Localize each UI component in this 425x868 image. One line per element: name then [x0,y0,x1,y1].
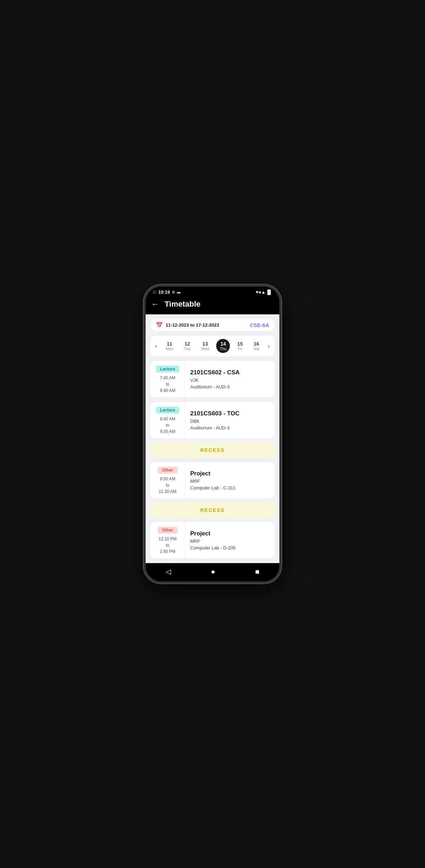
time-to-label-2: to [166,423,169,428]
day-name-fri: Fri [238,347,242,351]
phone-frame: 10:19 ⊙ ▬ ▾◂ ▴ ▐▌ ← Timetable 📅 11-12-20… [144,285,281,583]
battery-icon: ▐▌ [266,289,272,295]
status-right: ▾◂ ▴ ▐▌ [256,289,272,295]
day-item-sat[interactable]: 16 Sat [250,339,263,353]
card-room-2: Auditorium - AUD-3 [190,425,239,430]
recess-bar-2: RECESS [150,502,275,518]
nav-recent-button[interactable]: ■ [250,566,265,577]
card-teacher-3: MRF [190,479,235,484]
day-item-tue[interactable]: 12 Tue [180,339,194,353]
day-name-mon: Mon [166,347,173,351]
status-time: 10:19 [158,289,170,295]
time-to-label-3: to [166,483,169,488]
day-num-tue: 12 [185,341,190,347]
day-num-thu: 14 [220,341,226,347]
day-name-tue: Tue [184,347,191,351]
nav-back-button[interactable]: ◁ [160,566,177,577]
prev-day-button[interactable]: ‹ [152,341,161,351]
date-range-text: 11-12-2023 to 17-12-2023 [166,322,219,328]
card-left-1: Lecture 7:45 AM to 8:40 AM [150,361,185,398]
time-to-4: 1:50 PM [160,549,175,554]
card-right-4: Project MRF Computer Lab - D-205 [185,522,240,559]
next-day-button[interactable]: › [264,341,273,351]
card-time-2: 8:40 AM to 9:35 AM [160,416,175,435]
camera-dot [153,291,156,294]
day-name-sat: Sat [253,347,259,351]
card-time-4: 12:10 PM to 1:50 PM [159,536,177,555]
card-subject-4: Project [190,530,235,537]
day-item-thu[interactable]: 14 Thu [216,339,230,353]
time-to-1: 8:40 AM [160,388,175,393]
days-list: 11 Mon 12 Tue 13 Wed 14 Thu 15 Fri [161,339,264,353]
page-title: Timetable [165,300,200,309]
day-num-fri: 15 [237,341,243,347]
status-bar: 10:19 ⊙ ▬ ▾◂ ▴ ▐▌ [146,287,279,296]
class-badge: CSE-6A [250,322,269,328]
day-name-thu: Thu [220,347,226,351]
day-item-mon[interactable]: 11 Mon [162,339,177,353]
card-time-3: 9:50 AM to 11:30 AM [159,476,177,495]
card-subject-1: 2101CS602 - CSA [190,369,240,376]
schedule-card-3: Other 9:50 AM to 11:30 AM Project MRF Co… [150,461,275,499]
card-teacher-1: VJK [190,378,240,383]
schedule-card-1: Lecture 7:45 AM to 8:40 AM 2101CS602 - C… [150,360,275,398]
type-badge-2: Lecture [156,407,179,414]
card-right-3: Project MRF Computer Lab - C-311 [185,462,240,499]
card-right-1: 2101CS602 - CSA VJK Auditorium - AUD-3 [185,361,245,398]
card-subject-3: Project [190,470,235,477]
back-button[interactable]: ← [151,300,159,308]
schedule-card-4: Other 12:10 PM to 1:50 PM Project MRF Co… [150,521,275,559]
card-room-1: Auditorium - AUD-3 [190,384,240,389]
card-right-2: 2101CS603 - TOC DBK Auditorium - AUD-3 [185,402,244,439]
day-selector: ‹ 11 Mon 12 Tue 13 Wed 14 Thu [150,335,275,357]
type-badge-1: Lecture [156,366,179,373]
card-teacher-4: MRF [190,539,235,544]
app-header: ← Timetable [146,296,279,314]
nav-home-button[interactable]: ● [205,566,221,577]
card-teacher-2: DBK [190,419,239,424]
card-room-4: Computer Lab - D-205 [190,545,235,550]
main-content: 📅 11-12-2023 to 17-12-2023 CSE-6A ‹ 11 M… [146,314,279,563]
date-range-row: 📅 11-12-2023 to 17-12-2023 CSE-6A [150,319,275,332]
day-item-fri[interactable]: 15 Fri [234,339,246,353]
date-range-left: 📅 11-12-2023 to 17-12-2023 [156,322,219,328]
time-from-2: 8:40 AM [160,416,175,421]
status-icon2: ▬ [177,290,180,294]
card-subject-2: 2101CS603 - TOC [190,410,239,417]
signal-icon: ▴ [262,289,265,295]
day-item-wed[interactable]: 13 Wed [198,339,212,353]
recess-bar-1: RECESS [150,442,275,458]
type-badge-3: Other [158,467,177,474]
calendar-icon: 📅 [156,322,163,328]
status-icon1: ⊙ [172,290,175,294]
time-to-2: 9:35 AM [160,429,175,434]
nav-bar: ◁ ● ■ [146,563,279,581]
wifi-icon: ▾◂ [256,289,261,295]
day-name-wed: Wed [201,347,209,351]
status-left: 10:19 ⊙ ▬ [153,289,180,295]
card-left-4: Other 12:10 PM to 1:50 PM [150,522,185,559]
day-num-mon: 11 [167,341,172,347]
type-badge-4: Other [158,527,177,534]
day-num-sat: 16 [254,341,259,347]
time-from-3: 9:50 AM [160,476,175,481]
schedule-card-2: Lecture 8:40 AM to 9:35 AM 2101CS603 - T… [150,401,275,439]
card-left-2: Lecture 8:40 AM to 9:35 AM [150,402,185,439]
time-from-1: 7:45 AM [160,375,175,380]
time-from-4: 12:10 PM [159,536,177,541]
time-to-label-4: to [166,543,169,548]
card-left-3: Other 9:50 AM to 11:30 AM [150,462,185,499]
card-room-3: Computer Lab - C-311 [190,485,235,490]
card-time-1: 7:45 AM to 8:40 AM [160,375,175,394]
time-to-3: 11:30 AM [159,489,177,494]
time-to-label-1: to [166,382,169,387]
day-num-wed: 13 [202,341,208,347]
